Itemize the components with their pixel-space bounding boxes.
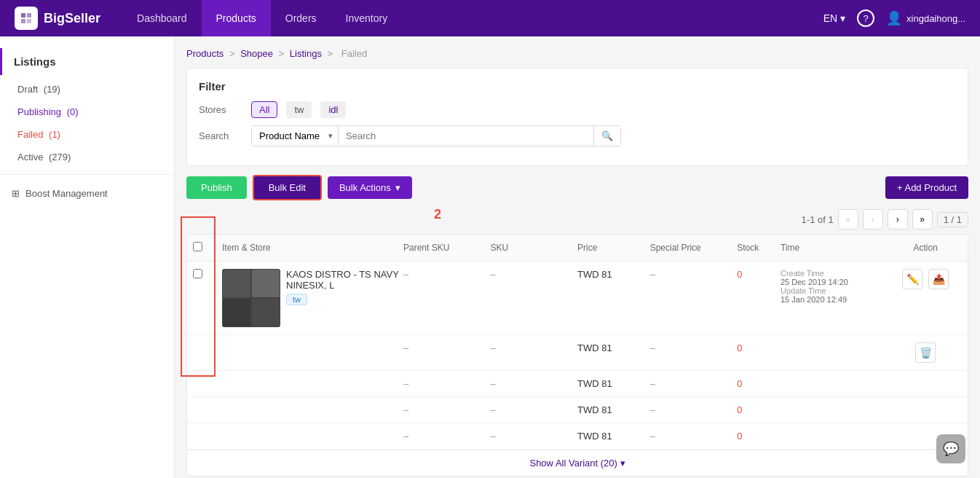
table-row: KAOS DISTRO - TS NAVY NINESIX, L tw – – … <box>187 262 968 335</box>
search-input[interactable] <box>339 126 593 146</box>
product-info: KAOS DISTRO - TS NAVY NINESIX, L tw <box>222 269 403 327</box>
breadcrumb-listings[interactable]: Listings <box>290 48 322 59</box>
sidebar-item-failed[interactable]: Failed (1) <box>0 123 174 146</box>
header-checkbox <box>193 242 222 254</box>
edit-icon[interactable]: ✏️ <box>902 269 922 289</box>
sidebar-divider <box>0 174 174 175</box>
publish-button[interactable]: Publish <box>186 176 247 199</box>
update-time: 15 Jan 2020 12:49 <box>781 295 889 304</box>
svg-rect-0 <box>20 12 33 25</box>
layers-icon: ⊞ <box>12 188 20 199</box>
logo[interactable]: BigSeller <box>15 7 100 30</box>
show-all-variant-button[interactable]: Show All Variant (20) ▾ <box>187 450 968 476</box>
user-menu[interactable]: 👤 xingdaihong... <box>886 10 965 26</box>
search-label: Search <box>199 130 242 141</box>
help-button[interactable]: ? <box>857 9 874 27</box>
nav-products[interactable]: Products <box>202 0 271 36</box>
breadcrumb-products[interactable]: Products <box>186 48 224 59</box>
bulk-edit-button[interactable]: Bulk Edit <box>253 175 322 200</box>
header-parent-sku: Parent SKU <box>403 243 491 253</box>
filter-search-row: Search Product Name SKU Parent SKU 🔍 <box>199 125 956 146</box>
store-tag: tw <box>286 294 307 305</box>
search-container: Product Name SKU Parent SKU 🔍 <box>251 125 621 146</box>
sidebar-boost-management[interactable]: ⊞ Boost Management <box>0 181 174 206</box>
table-row: – – TWD 81 – 0 <box>187 423 968 450</box>
header-action: Action <box>889 243 962 253</box>
logo-icon <box>15 7 38 30</box>
main-content: Products > Shopee > Listings > Failed Fi… <box>175 36 980 478</box>
table-row: – – TWD 81 – 0 <box>187 397 968 423</box>
logo-text: BigSeller <box>44 11 100 26</box>
special-price-1: – <box>650 269 738 280</box>
row-checkbox-1[interactable] <box>193 269 202 278</box>
language-selector[interactable]: EN ▾ <box>823 12 845 24</box>
send-icon[interactable]: 📤 <box>928 269 949 289</box>
sidebar-item-active[interactable]: Active (279) <box>0 146 174 168</box>
header-special-price: Special Price <box>650 243 738 253</box>
header-stock: Stock <box>737 243 781 253</box>
product-image <box>222 269 280 327</box>
nav-orders[interactable]: Orders <box>271 0 331 36</box>
sidebar-item-draft[interactable]: Draft (19) <box>0 78 174 101</box>
create-label: Create Time <box>781 269 889 278</box>
table-row: – – TWD 81 – 0 🗑️ <box>187 335 968 371</box>
sku-1: – <box>491 269 578 280</box>
nav-inventory[interactable]: Inventory <box>331 0 403 36</box>
breadcrumb: Products > Shopee > Listings > Failed <box>186 48 968 59</box>
current-page: 1 / 1 <box>937 212 968 227</box>
bulk-actions-button[interactable]: Bulk Actions ▾ <box>328 176 412 199</box>
pagination-top: 1-1 of 1 « ‹ › » 1 / 1 <box>186 209 968 230</box>
pagination-range: 1-1 of 1 <box>802 214 834 225</box>
toolbar: Publish Bulk Edit Bulk Actions ▾ + Add P… <box>186 175 968 200</box>
chat-bubble[interactable]: 💬 <box>936 434 965 463</box>
price-1: TWD 81 <box>577 269 650 280</box>
sidebar-section-title: Listings <box>14 55 56 68</box>
store-idl-button[interactable]: idl <box>320 101 346 118</box>
sidebar-item-publishing[interactable]: Publishing (0) <box>0 101 174 123</box>
create-time: 25 Dec 2019 14:20 <box>781 278 889 286</box>
breadcrumb-failed: Failed <box>341 48 367 59</box>
prev-page-button[interactable]: ‹ <box>863 209 883 230</box>
chevron-down-icon: ▾ <box>395 182 400 193</box>
header-price: Price <box>577 243 650 253</box>
delete-icon[interactable]: 🗑️ <box>915 342 936 363</box>
header-time: Time <box>781 243 889 253</box>
nav-dashboard[interactable]: Dashboard <box>122 0 202 36</box>
filter-card: Filter Stores All tw idl Search Product … <box>186 68 968 166</box>
sidebar: Listings Draft (19) Publishing (0) Faile… <box>0 36 175 478</box>
parent-sku-1: – <box>403 269 491 280</box>
last-page-button[interactable]: » <box>912 209 933 230</box>
search-type-select[interactable]: Product Name SKU Parent SKU <box>252 126 339 146</box>
update-label: Update Time <box>781 286 889 295</box>
topnav: BigSeller Dashboard Products Orders Inve… <box>0 0 980 36</box>
action-icons: ✏️ 📤 <box>889 269 962 289</box>
store-tw-button[interactable]: tw <box>286 101 312 118</box>
table-header: Item & Store Parent SKU SKU Price Specia… <box>187 235 968 262</box>
header-sku: SKU <box>491 243 578 253</box>
filter-title: Filter <box>199 80 956 93</box>
products-table: Item & Store Parent SKU SKU Price Specia… <box>186 234 968 477</box>
filter-stores-row: Stores All tw idl <box>199 101 956 118</box>
stock-1: 0 <box>737 269 781 280</box>
username: xingdaihong... <box>906 13 965 24</box>
next-page-button[interactable]: › <box>888 209 908 230</box>
table-row: – – TWD 81 – 0 <box>187 371 968 397</box>
select-all-checkbox[interactable] <box>193 242 202 251</box>
search-button[interactable]: 🔍 <box>593 126 620 146</box>
first-page-button[interactable]: « <box>838 209 858 230</box>
header-item-store: Item & Store <box>222 243 403 253</box>
add-product-button[interactable]: + Add Product <box>885 176 968 199</box>
sidebar-listings-section: Listings <box>0 48 174 75</box>
store-all-button[interactable]: All <box>251 101 277 118</box>
product-name: KAOS DISTRO - TS NAVY NINESIX, L <box>286 269 403 291</box>
breadcrumb-shopee[interactable]: Shopee <box>240 48 273 59</box>
stores-label: Stores <box>199 104 242 115</box>
